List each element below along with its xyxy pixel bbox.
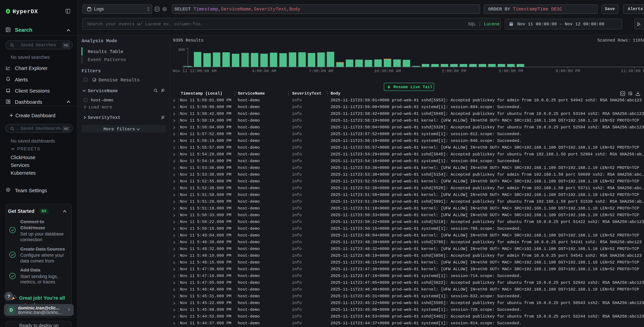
svg-text:10:30:00 AM: 10:30:00 AM — [374, 69, 400, 73]
svg-text:11:30:00 PM: 11:30:00 PM — [621, 69, 644, 73]
svg-text:2:00:00 PM: 2:00:00 PM — [442, 69, 466, 73]
svg-text:8:00:00 PM: 8:00:00 PM — [556, 69, 580, 73]
svg-text:Nov 11 12:00:00 AM: Nov 11 12:00:00 AM — [172, 69, 216, 73]
svg-text:600: 600 — [178, 48, 185, 52]
svg-text:4:00:00 AM: 4:00:00 AM — [252, 69, 276, 73]
svg-text:5:00:00 PM: 5:00:00 PM — [498, 69, 523, 73]
svg-text:7:00:00 AM: 7:00:00 AM — [309, 69, 333, 73]
